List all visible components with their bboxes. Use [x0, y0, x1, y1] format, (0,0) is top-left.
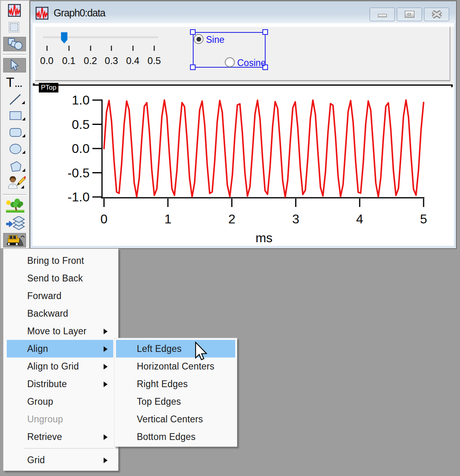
svg-text:0: 0 — [100, 212, 108, 226]
svg-text:4: 4 — [356, 212, 363, 226]
svg-text:5: 5 — [420, 212, 427, 226]
svg-text:2: 2 — [228, 212, 236, 226]
svg-text:ms: ms — [256, 231, 273, 245]
svg-text:0.0: 0.0 — [72, 141, 90, 156]
svg-text:3: 3 — [292, 212, 300, 226]
svg-text:1: 1 — [164, 212, 172, 226]
svg-text:-1.0: -1.0 — [68, 190, 90, 204]
svg-text:1.0: 1.0 — [72, 93, 90, 107]
svg-text:0.5: 0.5 — [72, 117, 90, 132]
svg-text:-0.5: -0.5 — [68, 166, 90, 180]
